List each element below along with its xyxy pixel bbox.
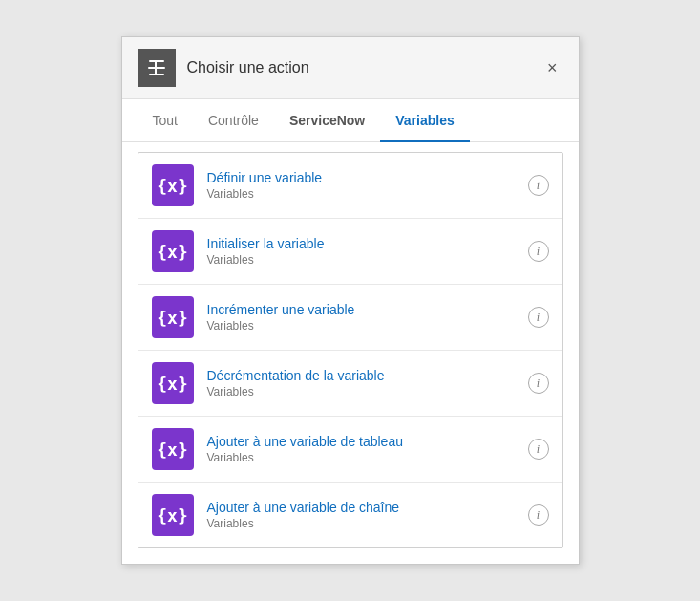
action-list: {x} Définir une variable Variables i {x}… xyxy=(138,152,563,548)
action-content: {x} Définir une variable Variables i {x}… xyxy=(122,142,579,564)
action-item-initialiser[interactable]: {x} Initialiser la variable Variables i xyxy=(138,219,562,285)
action-category-ajouter-chaine: Variables xyxy=(207,517,528,530)
svg-rect-3 xyxy=(149,74,164,75)
svg-rect-1 xyxy=(155,60,157,75)
tab-bar: Tout Contrôle ServiceNow Variables xyxy=(122,99,579,142)
tab-tout[interactable]: Tout xyxy=(138,99,193,142)
action-name-ajouter-chaine: Ajouter à une variable de chaîne xyxy=(207,500,528,515)
close-button[interactable]: × xyxy=(541,55,563,80)
action-name-definir: Définir une variable xyxy=(207,170,528,185)
action-item-decrementer[interactable]: {x} Décrémentation de la variable Variab… xyxy=(138,351,562,417)
info-button-incrementer[interactable]: i xyxy=(528,307,549,328)
info-button-ajouter-chaine[interactable]: i xyxy=(528,504,549,526)
action-name-incrementer: Incrémenter une variable xyxy=(207,302,528,317)
action-category-definir: Variables xyxy=(207,187,528,201)
action-category-incrementer: Variables xyxy=(207,319,528,333)
action-category-ajouter-tableau: Variables xyxy=(207,451,528,464)
action-icon-ajouter-chaine: {x} xyxy=(152,494,194,536)
action-text-incrementer: Incrémenter une variable Variables xyxy=(207,302,528,333)
dialog-icon xyxy=(138,49,176,87)
action-name-initialiser: Initialiser la variable xyxy=(207,236,528,251)
action-item-definir[interactable]: {x} Définir une variable Variables i xyxy=(138,153,562,219)
action-item-incrementer[interactable]: {x} Incrémenter une variable Variables i xyxy=(138,285,562,351)
dialog-header: Choisir une action × xyxy=(122,37,579,99)
action-name-ajouter-tableau: Ajouter à une variable de tableau xyxy=(207,434,528,449)
svg-rect-2 xyxy=(149,60,164,62)
info-button-initialiser[interactable]: i xyxy=(528,241,549,262)
action-text-ajouter-tableau: Ajouter à une variable de tableau Variab… xyxy=(207,434,528,464)
action-icon-definir: {x} xyxy=(152,164,194,206)
info-button-ajouter-tableau[interactable]: i xyxy=(528,439,549,460)
action-text-initialiser: Initialiser la variable Variables xyxy=(207,236,528,267)
action-icon-ajouter-tableau: {x} xyxy=(152,428,194,470)
info-button-definir[interactable]: i xyxy=(528,175,549,196)
action-text-definir: Définir une variable Variables xyxy=(207,170,528,201)
choose-action-dialog: Choisir une action × Tout Contrôle Servi… xyxy=(121,36,580,565)
dialog-title: Choisir une action xyxy=(187,59,541,76)
action-text-ajouter-chaine: Ajouter à une variable de chaîne Variabl… xyxy=(207,500,528,530)
action-item-ajouter-chaine[interactable]: {x} Ajouter à une variable de chaîne Var… xyxy=(138,483,562,547)
action-text-decrementer: Décrémentation de la variable Variables xyxy=(207,368,528,398)
action-icon-initialiser: {x} xyxy=(152,230,194,272)
action-icon-incrementer: {x} xyxy=(152,296,194,338)
tab-variables[interactable]: Variables xyxy=(380,99,470,142)
tab-servicenow[interactable]: ServiceNow xyxy=(274,99,380,142)
action-category-decrementer: Variables xyxy=(207,385,528,398)
action-category-initialiser: Variables xyxy=(207,253,528,267)
tab-controle[interactable]: Contrôle xyxy=(193,99,274,142)
action-name-decrementer: Décrémentation de la variable xyxy=(207,368,528,383)
action-icon-decrementer: {x} xyxy=(152,362,194,404)
info-button-decrementer[interactable]: i xyxy=(528,373,549,394)
action-item-ajouter-tableau[interactable]: {x} Ajouter à une variable de tableau Va… xyxy=(138,417,562,483)
